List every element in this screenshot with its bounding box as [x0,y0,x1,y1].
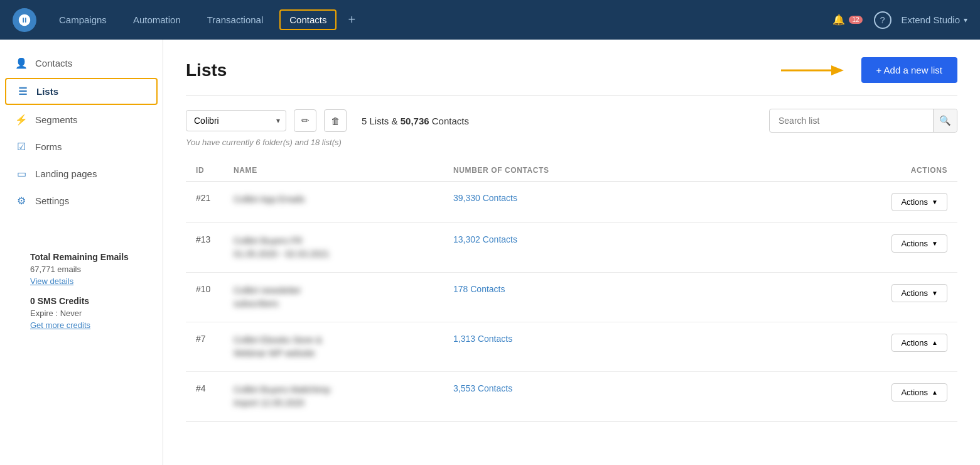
emails-label: Total Remaining Emails [30,252,132,262]
view-details-link[interactable]: View details [30,276,132,286]
sidebar-label-contacts: Contacts [35,58,72,68]
search-wrap: 🔍 [769,109,957,133]
row-contacts[interactable]: 39,330 Contacts [443,182,870,223]
main-content: Lists + Add a new list Colibri ▾ [163,40,980,465]
toolbar: Colibri ▾ ✏ 🗑 5 Lists & 50,736 Contacts … [186,109,957,133]
actions-chevron-icon: ▲ [932,339,938,346]
page-header: Lists + Add a new list [186,57,957,83]
row-id: #13 [186,223,223,273]
topnav-right: 🔔 12 ? Extend Studio [832,11,967,29]
row-actions-cell: Actions ▼ [870,182,957,223]
forms-icon: ☑ [15,141,28,153]
sidebar: 👤 Contacts ☰ Lists ⚡ Segments ☑ Forms ▭ … [0,40,163,465]
row-id: #21 [186,182,223,223]
actions-chevron-icon: ▼ [932,290,938,297]
actions-button[interactable]: Actions ▲ [891,383,947,402]
row-id: #4 [186,372,223,422]
contacts-icon: 👤 [15,57,28,69]
arrow-decoration [781,63,844,78]
row-id: #7 [186,322,223,372]
nav-campaigns[interactable]: Campaigns [49,9,117,30]
lists-table: ID NAME NUMBER OF CONTACTS ACTIONS #21Co… [186,160,957,422]
table-row: #21Colibri App Emails39,330 ContactsActi… [186,182,957,223]
edit-folder-button[interactable]: ✏ [294,109,316,132]
sidebar-label-settings: Settings [35,195,69,206]
emails-value: 67,771 emails [30,265,132,274]
row-name: Colibri App Emails [223,182,443,223]
segments-icon: ⚡ [15,114,28,126]
sidebar-footer: Total Remaining Emails 67,771 emails Vie… [15,239,148,342]
row-contacts[interactable]: 3,553 Contacts [443,372,870,422]
lists-table-wrap: ID NAME NUMBER OF CONTACTS ACTIONS #21Co… [186,160,957,422]
actions-chevron-icon: ▲ [932,389,938,396]
settings-icon: ⚙ [15,195,28,207]
row-actions-cell: Actions ▲ [870,372,957,422]
header-divider [186,96,957,96]
trash-icon: 🗑 [331,116,340,126]
table-row: #10Colibri newslettersubscribers178 Cont… [186,273,957,322]
table-row: #7Colibri Ebooks Store &Webinar WP websi… [186,322,957,372]
lists-icon: ☰ [16,85,29,97]
folder-hint: You have currently 6 folder(s) and 18 li… [186,138,957,147]
sidebar-item-contacts[interactable]: 👤 Contacts [0,50,163,77]
stats-text: 5 Lists & 50,736 Contacts [362,116,469,126]
row-actions-cell: Actions ▲ [870,322,957,372]
sidebar-item-forms[interactable]: ☑ Forms [0,133,163,160]
row-contacts[interactable]: 1,313 Contacts [443,322,870,372]
sms-expire: Expire : Never [30,309,132,318]
nav-contacts[interactable]: Contacts [279,9,337,30]
sidebar-item-settings[interactable]: ⚙ Settings [0,187,163,214]
search-icon: 🔍 [939,115,951,126]
sidebar-label-forms: Forms [35,141,62,152]
add-nav-item[interactable]: + [343,10,360,30]
get-credits-link[interactable]: Get more credits [30,320,132,330]
bell-icon: 🔔 [832,14,845,26]
nav-automation[interactable]: Automation [123,9,191,30]
sidebar-item-segments[interactable]: ⚡ Segments [0,106,163,133]
layout: 👤 Contacts ☰ Lists ⚡ Segments ☑ Forms ▭ … [0,40,980,465]
delete-folder-button[interactable]: 🗑 [324,109,347,132]
col-name: NAME [223,160,443,182]
table-row: #4Colibri Buyers Mailchimpimport 12.05.2… [186,372,957,422]
sidebar-label-segments: Segments [35,114,78,125]
sidebar-item-lists[interactable]: ☰ Lists [5,78,158,105]
folder-select-wrap: Colibri ▾ [186,110,286,131]
search-button[interactable]: 🔍 [933,109,957,132]
sidebar-label-landing-pages: Landing pages [35,168,97,179]
studio-menu[interactable]: Extend Studio [902,14,967,25]
row-name: Colibri Ebooks Store &Webinar WP website [223,322,443,372]
brand-logo[interactable] [13,8,36,32]
row-contacts[interactable]: 178 Contacts [443,273,870,322]
col-actions: ACTIONS [870,160,957,182]
row-name: Colibri Buyers FR01.05.2020 - 02.03.2021 [223,223,443,273]
add-list-button[interactable]: + Add a new list [861,57,957,83]
pencil-icon: ✏ [301,115,310,126]
actions-button[interactable]: Actions ▲ [891,334,947,352]
col-contacts: NUMBER OF CONTACTS [443,160,870,182]
search-input[interactable] [770,111,933,131]
notifications[interactable]: 🔔 12 [832,14,863,26]
sms-label: 0 SMS Credits [30,296,132,306]
folder-select[interactable]: Colibri [186,110,286,131]
landing-pages-icon: ▭ [15,168,28,180]
svg-marker-1 [831,65,844,75]
page-title: Lists [186,60,227,80]
nav-transactional[interactable]: Transactional [197,9,274,30]
row-contacts[interactable]: 13,302 Contacts [443,223,870,273]
table-row: #13Colibri Buyers FR01.05.2020 - 02.03.2… [186,223,957,273]
sidebar-label-lists: Lists [36,86,58,97]
row-name: Colibri newslettersubscribers [223,273,443,322]
col-id: ID [186,160,223,182]
row-actions-cell: Actions ▼ [870,223,957,273]
sidebar-item-landing-pages[interactable]: ▭ Landing pages [0,160,163,187]
row-id: #10 [186,273,223,322]
row-name: Colibri Buyers Mailchimpimport 12.05.202… [223,372,443,422]
actions-button[interactable]: Actions ▼ [891,193,947,211]
actions-button[interactable]: Actions ▼ [891,234,947,253]
help-button[interactable]: ? [874,11,891,29]
list-stats: 5 Lists & 50,736 Contacts [362,116,469,126]
notification-badge: 12 [848,14,863,25]
actions-button[interactable]: Actions ▼ [891,284,947,302]
actions-chevron-icon: ▼ [932,199,938,205]
actions-chevron-icon: ▼ [932,240,938,247]
